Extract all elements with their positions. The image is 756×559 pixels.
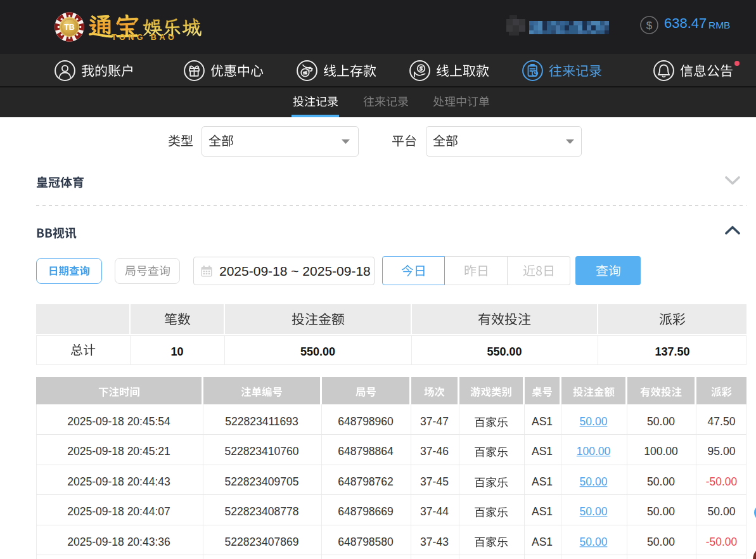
svg-text:TB: TB	[64, 23, 75, 32]
svg-text:$: $	[646, 20, 653, 32]
